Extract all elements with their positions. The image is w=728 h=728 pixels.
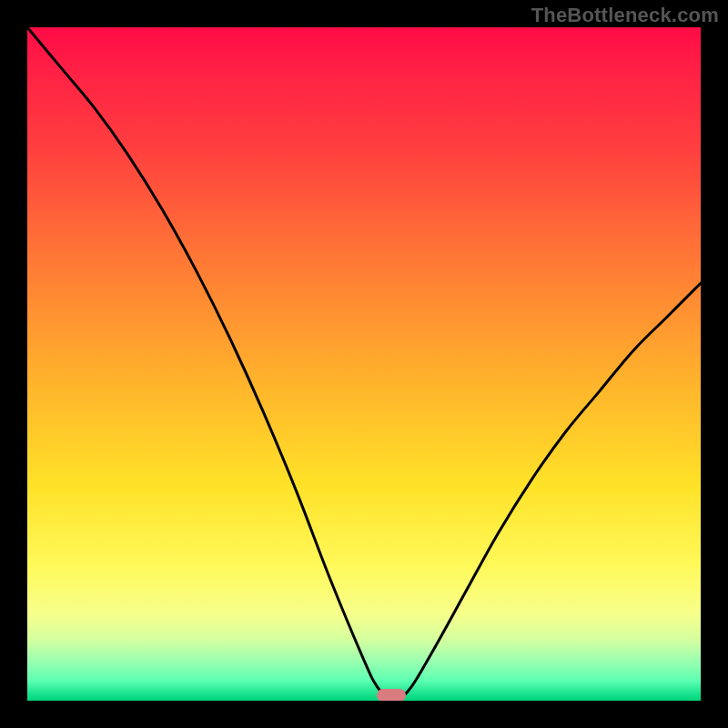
plot-area (27, 27, 701, 701)
chart-frame: TheBottleneck.com (0, 0, 728, 728)
bottleneck-curve (27, 27, 701, 701)
attribution-text: TheBottleneck.com (531, 4, 719, 27)
optimal-point-marker (377, 689, 406, 701)
